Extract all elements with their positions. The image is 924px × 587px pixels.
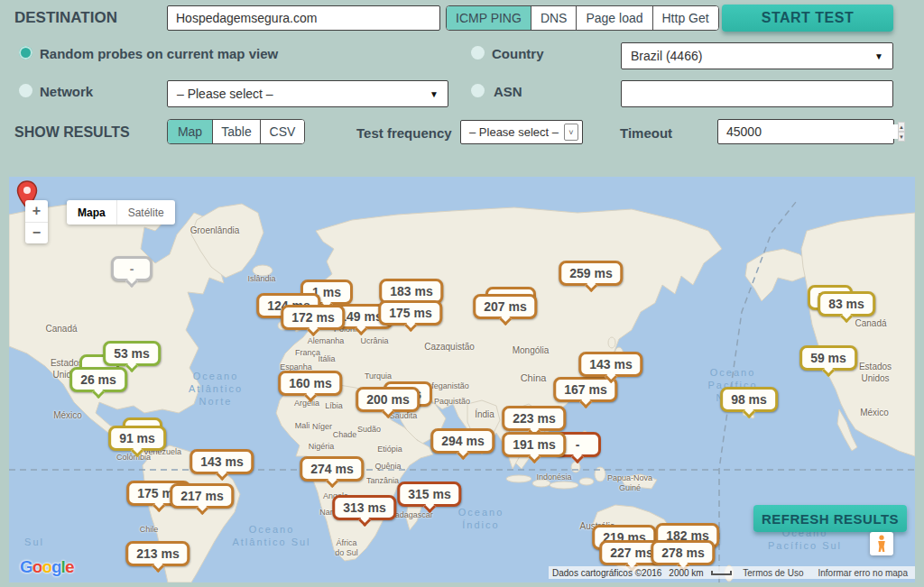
map-type-control: Mapa Satélite xyxy=(67,200,175,225)
chevron-down-icon: ▼ xyxy=(874,51,883,61)
radio-country-label: Country xyxy=(492,46,544,61)
google-logo-letter: G xyxy=(20,557,32,576)
start-test-button[interactable]: START TEST xyxy=(722,5,893,32)
test-type-dns[interactable]: DNS xyxy=(531,6,578,30)
test-frequency-label: Test frequency xyxy=(356,125,452,141)
ping-marker-value: 259 ms xyxy=(569,266,612,280)
ping-marker[interactable]: 213 ms xyxy=(125,541,189,566)
test-type-icmp-ping[interactable]: ICMP PING xyxy=(447,6,531,30)
terms-link[interactable]: Termos de Uso xyxy=(739,568,807,578)
ping-marker[interactable]: 294 ms xyxy=(430,428,494,454)
country-select-value: Brazil (4466) xyxy=(631,49,702,63)
ping-marker[interactable]: 315 ms xyxy=(397,482,461,507)
google-logo[interactable]: Google xyxy=(20,557,73,577)
google-logo-letter: e xyxy=(65,557,74,576)
test-type-http-get[interactable]: Http Get xyxy=(653,6,718,30)
ping-marker[interactable]: 143 ms xyxy=(189,449,254,474)
radio-country[interactable] xyxy=(471,46,485,60)
timeout-input[interactable] xyxy=(718,124,898,139)
pegman-control[interactable] xyxy=(870,532,893,555)
google-logo-letter: g xyxy=(51,557,61,576)
zoom-out-button[interactable]: − xyxy=(25,223,48,244)
ping-marker[interactable]: 172 ms xyxy=(281,305,345,330)
ping-marker[interactable]: - xyxy=(111,256,152,281)
ping-marker[interactable]: 274 ms xyxy=(300,456,364,482)
chevron-down-icon: ˅ xyxy=(564,124,578,141)
test-frequency-value: – Please select – xyxy=(469,125,559,139)
map-attribution-bar: Dados cartográficos ©2016 2000 km Termos… xyxy=(549,566,915,579)
ping-marker-value: 313 ms xyxy=(343,500,385,515)
ping-marker-value: 91 ms xyxy=(119,431,155,445)
stepper-up-button[interactable]: ▲ xyxy=(898,122,905,132)
map-canvas[interactable]: GroenlândiaIslândiaCanadáEstados UnidosM… xyxy=(9,177,915,582)
ping-marker[interactable]: 83 ms xyxy=(818,291,875,316)
destination-label: DESTINATION xyxy=(14,9,117,27)
show-results-label: SHOW RESULTS xyxy=(14,124,130,141)
asn-input[interactable] xyxy=(621,80,893,107)
network-select[interactable]: – Please select – ▼ xyxy=(167,80,448,107)
radio-random-probes[interactable] xyxy=(19,46,32,60)
ping-marker-value: 175 ms xyxy=(389,306,431,320)
view-csv-tab[interactable]: CSV xyxy=(261,120,304,143)
ping-marker[interactable]: 278 ms xyxy=(651,540,715,565)
ping-marker-value: 207 ms xyxy=(484,299,526,314)
ping-marker[interactable]: 59 ms xyxy=(799,345,857,371)
radio-network-label: Network xyxy=(40,84,93,99)
ping-marker-value: 83 ms xyxy=(828,297,864,311)
radio-asn-label: ASN xyxy=(494,84,522,99)
map-type-mapa[interactable]: Mapa xyxy=(67,200,116,225)
radio-network[interactable] xyxy=(19,84,32,97)
ping-marker[interactable]: 217 ms xyxy=(170,483,234,509)
ping-marker-value: 26 ms xyxy=(80,372,116,387)
timeout-stepper: ▲ ▼ xyxy=(898,122,905,142)
ping-marker-value: 278 ms xyxy=(661,546,704,560)
radio-asn[interactable] xyxy=(471,84,485,97)
timeout-field: ▲ ▼ xyxy=(717,119,894,144)
map-scale-bar xyxy=(711,571,733,575)
ping-marker-value: 143 ms xyxy=(200,454,243,469)
ping-marker[interactable]: 223 ms xyxy=(502,406,566,431)
ping-marker[interactable]: 98 ms xyxy=(720,387,778,412)
ping-marker[interactable]: 200 ms xyxy=(356,387,420,412)
timeout-label: Timeout xyxy=(620,125,672,141)
ping-marker-value: 274 ms xyxy=(310,462,353,476)
google-logo-letter: o xyxy=(42,557,51,576)
map-type-satelite[interactable]: Satélite xyxy=(116,200,175,225)
ping-marker-value: - xyxy=(576,437,580,452)
ping-marker[interactable]: 175 ms xyxy=(378,300,442,326)
ping-marker[interactable]: 191 ms xyxy=(502,432,566,457)
ping-marker-value: 143 ms xyxy=(589,357,632,371)
pegman-icon xyxy=(876,535,887,553)
country-select[interactable]: Brazil (4466) ▼ xyxy=(621,42,893,69)
ping-marker[interactable]: 259 ms xyxy=(559,261,623,286)
destination-input[interactable] xyxy=(167,5,440,31)
ping-marker-value: 172 ms xyxy=(291,310,334,325)
ping-marker-value: 98 ms xyxy=(731,392,767,407)
view-map-tab[interactable]: Map xyxy=(168,120,213,143)
ping-marker-value: 167 ms xyxy=(564,382,606,397)
ping-marker[interactable]: 26 ms xyxy=(69,367,127,392)
test-type-page-load[interactable]: Page load xyxy=(577,6,652,30)
ping-marker[interactable]: 53 ms xyxy=(103,341,161,366)
radio-random-probes-label: Random probes on current map view xyxy=(40,46,278,61)
ping-marker[interactable]: 91 ms xyxy=(108,426,166,451)
map-scale-text: 2000 km xyxy=(669,568,703,578)
ping-marker[interactable]: 313 ms xyxy=(332,495,396,520)
ping-marker-value: 213 ms xyxy=(136,546,179,561)
stepper-down-button[interactable]: ▼ xyxy=(898,132,905,142)
google-logo-letter: o xyxy=(32,557,42,576)
network-select-value: – Please select – xyxy=(177,87,273,101)
test-type-segment: ICMP PING DNS Page load Http Get xyxy=(446,5,719,31)
chevron-down-icon: ▼ xyxy=(430,89,439,99)
refresh-results-button[interactable]: REFRESH RESULTS xyxy=(753,505,907,532)
zoom-in-button[interactable]: + xyxy=(25,200,48,223)
ping-marker-value: 200 ms xyxy=(366,392,409,407)
view-table-tab[interactable]: Table xyxy=(213,120,261,143)
ping-marker-value: 59 ms xyxy=(810,351,846,365)
test-frequency-select[interactable]: – Please select – ˅ xyxy=(460,120,583,144)
ping-marker-value: 315 ms xyxy=(408,487,450,501)
ping-marker[interactable]: 143 ms xyxy=(578,352,642,377)
ping-marker[interactable]: 160 ms xyxy=(278,371,342,396)
ping-marker[interactable]: 207 ms xyxy=(473,294,537,319)
report-error-link[interactable]: Informar erro no mapa xyxy=(815,568,912,578)
